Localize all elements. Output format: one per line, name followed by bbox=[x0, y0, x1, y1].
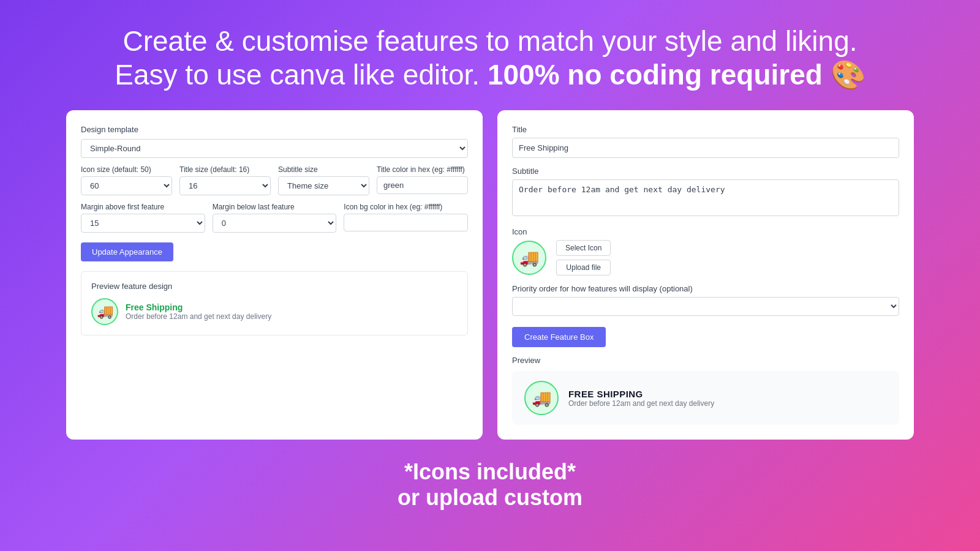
title-input[interactable] bbox=[512, 138, 899, 158]
priority-group: Priority order for how features will dis… bbox=[512, 284, 899, 316]
header: Create & customise features to match you… bbox=[0, 0, 980, 110]
right-preview-icon: 🚚 bbox=[524, 381, 559, 415]
header-line1: Create & customise features to match you… bbox=[49, 24, 931, 58]
title-label: Title bbox=[512, 125, 899, 134]
subtitle-label: Subtitle bbox=[512, 167, 899, 176]
design-template-select[interactable]: Simple-Round Simple Round Square bbox=[81, 139, 468, 158]
icon-bg-group: Icon bg color in hex (eg: #ffffff) bbox=[344, 203, 468, 233]
update-appearance-button[interactable]: Update Appearance bbox=[81, 242, 173, 261]
title-color-label: Title color in hex (eg: #ffffff) bbox=[377, 165, 468, 174]
select-icon-button[interactable]: Select Icon bbox=[556, 240, 611, 256]
title-color-input[interactable] bbox=[377, 176, 468, 194]
create-feature-box-button[interactable]: Create Feature Box bbox=[512, 327, 606, 347]
title-size-group: Title size (default: 16) 16 14 18 bbox=[179, 165, 271, 195]
header-line2-normal: Easy to use canva like editor. bbox=[115, 59, 480, 91]
truck-icon: 🚚 bbox=[97, 304, 113, 320]
form-row-2: Margin above first feature 15 0 10 Margi… bbox=[81, 203, 468, 233]
icon-size-group: Icon size (default: 50) 60 50 40 bbox=[81, 165, 172, 195]
header-line2-emoji: 🎨 bbox=[831, 59, 865, 91]
preview-item: 🚚 Free Shipping Order before 12am and ge… bbox=[91, 298, 458, 325]
margin-below-label: Margin below last feature bbox=[213, 203, 337, 211]
subtitle-size-group: Subtitle size Theme size 12 14 bbox=[278, 165, 369, 195]
panels: Design template Simple-Round Simple Roun… bbox=[0, 110, 980, 440]
right-preview-subtitle: Order before 12am and get next day deliv… bbox=[568, 399, 714, 408]
upload-file-button[interactable]: Upload file bbox=[556, 260, 611, 276]
preview-title: Free Shipping bbox=[126, 302, 271, 312]
right-truck-icon: 🚚 bbox=[532, 389, 551, 408]
margin-below-select[interactable]: 0 10 15 bbox=[213, 214, 337, 233]
right-panel: Title Subtitle Icon 🚚 Select Icon Upload… bbox=[497, 110, 914, 440]
icon-size-select[interactable]: 60 50 40 bbox=[81, 176, 172, 195]
subtitle-group: Subtitle bbox=[512, 167, 899, 219]
margin-above-group: Margin above first feature 15 0 10 bbox=[81, 203, 205, 233]
priority-select[interactable]: 1 2 bbox=[512, 297, 899, 316]
preview-box: Preview feature design 🚚 Free Shipping O… bbox=[81, 271, 468, 335]
bottom-line2: or upload custom bbox=[0, 485, 980, 511]
design-template-label: Design template bbox=[81, 125, 468, 134]
icon-label: Icon bbox=[512, 227, 899, 236]
header-line2: Easy to use canva like editor. 100% no c… bbox=[49, 58, 931, 92]
title-size-label: Title size (default: 16) bbox=[179, 165, 271, 174]
icon-display: 🚚 bbox=[512, 241, 546, 275]
title-group: Title bbox=[512, 125, 899, 158]
right-preview: 🚚 FREE SHIPPING Order before 12am and ge… bbox=[512, 371, 899, 425]
preview-subtitle: Order before 12am and get next day deliv… bbox=[126, 312, 271, 321]
preview-text: Free Shipping Order before 12am and get … bbox=[126, 302, 271, 321]
icon-section: 🚚 Select Icon Upload file bbox=[512, 240, 899, 276]
subtitle-size-select[interactable]: Theme size 12 14 bbox=[278, 176, 369, 195]
icon-group: Icon 🚚 Select Icon Upload file bbox=[512, 227, 899, 276]
margin-above-label: Margin above first feature bbox=[81, 203, 205, 211]
right-preview-title: FREE SHIPPING bbox=[568, 389, 714, 399]
title-color-group: Title color in hex (eg: #ffffff) bbox=[377, 165, 468, 195]
margin-below-group: Margin below last feature 0 10 15 bbox=[213, 203, 337, 233]
preview-icon: 🚚 bbox=[91, 298, 118, 325]
subtitle-textarea[interactable] bbox=[512, 179, 899, 216]
bottom-line1: *Icons included* bbox=[0, 459, 980, 485]
icon-emoji: 🚚 bbox=[519, 249, 539, 268]
margin-above-select[interactable]: 15 0 10 bbox=[81, 214, 205, 233]
header-line2-bold: 100% no coding required bbox=[488, 59, 823, 91]
title-size-select[interactable]: 16 14 18 bbox=[179, 176, 271, 195]
form-row-1: Icon size (default: 50) 60 50 40 Title s… bbox=[81, 165, 468, 195]
icon-bg-label: Icon bg color in hex (eg: #ffffff) bbox=[344, 203, 468, 211]
right-preview-label: Preview bbox=[512, 356, 899, 365]
bottom-text: *Icons included* or upload custom bbox=[0, 440, 980, 511]
icon-size-label: Icon size (default: 50) bbox=[81, 165, 172, 174]
priority-label: Priority order for how features will dis… bbox=[512, 284, 899, 293]
icon-bg-input[interactable] bbox=[344, 214, 468, 231]
preview-feature-label: Preview feature design bbox=[91, 282, 458, 291]
left-panel: Design template Simple-Round Simple Roun… bbox=[66, 110, 483, 440]
subtitle-size-label: Subtitle size bbox=[278, 165, 369, 174]
icon-buttons: Select Icon Upload file bbox=[556, 240, 611, 276]
right-preview-text: FREE SHIPPING Order before 12am and get … bbox=[568, 389, 714, 408]
